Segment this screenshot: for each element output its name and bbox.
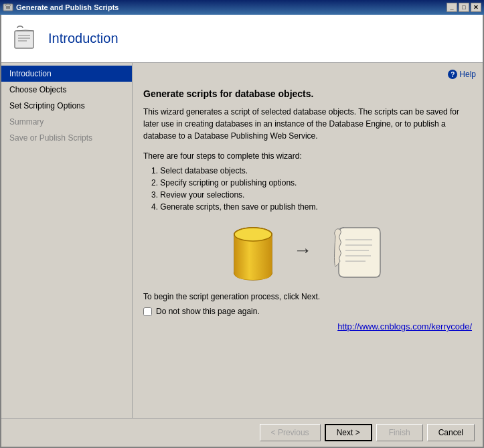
step-4: 4. Generate scripts, then save or publis… [143,201,472,213]
svg-rect-0 [3,4,13,11]
database-icon [233,226,273,281]
sidebar-item-choose-objects[interactable]: Choose Objects [1,82,132,98]
url-link[interactable]: http://www.cnblogs.com/kerrycode/ [143,321,472,331]
arrow-icon: → [293,240,312,261]
footer-text: To begin the script generation process, … [143,292,472,301]
cancel-button[interactable]: Cancel [427,424,475,441]
step-2: 2. Specify scripting or publishing optio… [143,177,472,189]
sidebar-item-save-publish: Save or Publish Scripts [1,130,132,146]
minimize-button[interactable]: _ [447,3,457,12]
help-icon: ? [448,70,457,79]
wizard-icon [12,25,39,52]
sidebar-item-summary: Summary [1,114,132,130]
scroll-icon [332,226,382,281]
main-window: Introduction Introduction Choose Objects… [0,15,484,448]
wizard-header: Introduction [1,15,483,63]
dont-show-row: Do not show this page again. [143,307,472,316]
dont-show-checkbox[interactable] [143,307,152,316]
sidebar-item-set-scripting-options[interactable]: Set Scripting Options [1,98,132,114]
step-1: 1. Select database objects. [143,165,472,177]
help-label: Help [459,70,476,79]
previous-button[interactable]: < Previous [260,424,321,441]
dont-show-label[interactable]: Do not show this page again. [156,307,260,316]
title-bar: Generate and Publish Scripts _ □ ✕ [0,0,484,15]
window-title: Generate and Publish Scripts [16,3,447,11]
finish-button[interactable]: Finish [376,424,423,441]
title-icon [3,2,13,13]
section-title: Generate scripts for database objects. [143,88,472,99]
illustration: → [143,226,472,281]
sidebar: Introduction Choose Objects Set Scriptin… [1,63,133,418]
next-button[interactable]: Next > [325,424,372,441]
steps-intro: There are four steps to complete this wi… [143,151,472,161]
svg-rect-3 [15,31,33,48]
description-text: This wizard generates a script of select… [143,106,472,142]
sidebar-item-introduction[interactable]: Introduction [1,66,132,82]
svg-point-12 [234,228,272,241]
maximize-button[interactable]: □ [459,3,469,12]
window-controls[interactable]: _ □ ✕ [447,3,481,12]
button-bar: < Previous Next > Finish Cancel [1,418,483,447]
content-area: Introduction Choose Objects Set Scriptin… [1,63,483,418]
help-link[interactable]: ? Help [448,70,476,79]
close-button[interactable]: ✕ [471,3,481,12]
step-3: 3. Review your selections. [143,189,472,201]
main-panel: ? Help Generate scripts for database obj… [133,63,483,418]
wizard-title: Introduction [48,31,118,46]
steps-list: 1. Select database objects. 2. Specify s… [143,165,472,213]
